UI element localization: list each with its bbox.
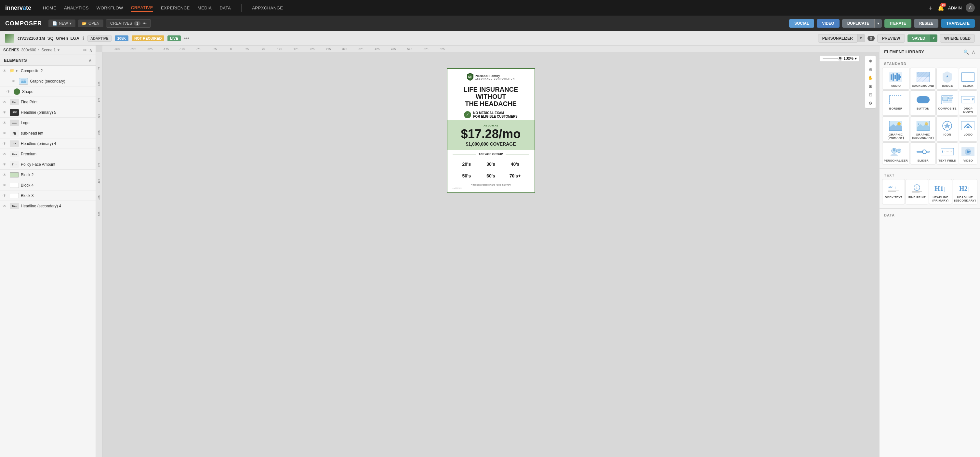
- svg-rect-16: [889, 95, 902, 104]
- library-slider[interactable]: SLIDER: [910, 142, 936, 165]
- ad-disclaimer: *Product availability and rates may vary: [453, 182, 529, 187]
- library-close-icon[interactable]: ∧: [972, 49, 975, 55]
- personalizer-button[interactable]: PERSONALIZER: [818, 34, 857, 43]
- element-shape[interactable]: 👁 Shape: [0, 86, 95, 97]
- visibility-icon[interactable]: 👁: [3, 162, 8, 167]
- element-premium[interactable]: 👁 $1... Premium: [0, 149, 95, 159]
- library-body-text[interactable]: abc| BODY TEXT: [882, 179, 905, 205]
- library-icon[interactable]: ICON: [936, 116, 958, 142]
- visibility-icon[interactable]: 👁: [6, 89, 12, 94]
- library-search-icon[interactable]: 🔍: [963, 49, 969, 55]
- info-icon[interactable]: ℹ: [83, 36, 84, 41]
- element-subhead-left[interactable]: 👁 N( sub-head left: [0, 128, 95, 138]
- library-button[interactable]: BUTTON: [910, 90, 936, 116]
- duplicate-arrow-button[interactable]: ▾: [874, 19, 882, 28]
- library-border[interactable]: BORDER: [882, 90, 910, 116]
- visibility-icon[interactable]: 👁: [12, 79, 17, 84]
- info-more-button[interactable]: •••: [184, 35, 189, 41]
- element-fine-print[interactable]: 👁 R... Fine Print: [0, 97, 95, 107]
- saved-arrow-button[interactable]: ▾: [930, 35, 937, 42]
- library-graphic-secondary[interactable]: 2 GRAPHIC (SECONDARY): [910, 116, 936, 142]
- library-personalizer[interactable]: PERSONALIZER: [882, 142, 910, 165]
- visibility-icon[interactable]: 👁: [3, 183, 8, 187]
- personalizer-arrow-button[interactable]: ▾: [857, 34, 865, 42]
- nav-creative[interactable]: CREATIVE: [131, 4, 153, 12]
- scenes-chevron-icon[interactable]: ▾: [57, 48, 59, 52]
- nav-home[interactable]: HOME: [43, 4, 56, 12]
- age-item-20s[interactable]: 20's: [455, 159, 478, 169]
- nav-media[interactable]: MEDIA: [198, 4, 212, 12]
- social-button[interactable]: SOCIAL: [789, 19, 814, 28]
- nav-analytics[interactable]: ANALYTICS: [64, 4, 89, 12]
- visibility-icon[interactable]: 👁: [3, 121, 8, 125]
- age-item-50s[interactable]: 50's: [455, 171, 478, 181]
- nav-appxchange[interactable]: APPXCHANGE: [252, 4, 283, 12]
- library-block[interactable]: BLOCK: [959, 68, 977, 90]
- library-composite[interactable]: COMPOSITE: [936, 90, 958, 116]
- nav-data[interactable]: DATA: [220, 4, 231, 12]
- where-used-button[interactable]: WHERE USED: [940, 34, 975, 43]
- element-block4[interactable]: 👁 Block 4: [0, 180, 95, 190]
- elements-collapse-icon[interactable]: ∧: [88, 57, 92, 63]
- visibility-icon[interactable]: 👁: [3, 152, 8, 156]
- visibility-icon[interactable]: 👁: [3, 141, 8, 146]
- element-logo[interactable]: 👁 ▬▬ Logo: [0, 117, 95, 128]
- visibility-icon[interactable]: 👁: [3, 204, 8, 208]
- info-bar: crv132163 1M_SQ_Green_LGA ℹ ADAPTIVE 105…: [0, 31, 980, 46]
- notifications-button[interactable]: 🔔 10: [938, 5, 944, 11]
- duplicate-button[interactable]: DUPLICATE: [842, 19, 875, 28]
- saved-button[interactable]: SAVED: [907, 35, 930, 42]
- visibility-icon[interactable]: 👁: [3, 100, 8, 104]
- element-graphic-secondary[interactable]: 👁 Graphic (secondary): [0, 76, 95, 86]
- ad-creative[interactable]: NF National Family ASSURANCE CORPORATION…: [447, 68, 535, 193]
- background-icon: [916, 71, 930, 83]
- creatives-button[interactable]: CREATIVES 1 •••: [106, 19, 151, 28]
- nav-experience[interactable]: EXPERIENCE: [161, 4, 190, 12]
- element-headline-primary4[interactable]: 👁 AS Headline (primary) 4: [0, 138, 95, 149]
- video-button[interactable]: VIDEO: [817, 19, 839, 28]
- scenes-collapse-icon[interactable]: ∧: [89, 48, 92, 52]
- library-headline-primary[interactable]: H1| HEADLINE (PRIMARY): [929, 179, 952, 205]
- text-field-label: TEXT FIELD: [939, 159, 956, 162]
- ad-white-section: TAP AGE GROUP 20's 30's 40's 50's 60's 7…: [447, 150, 535, 192]
- visibility-icon[interactable]: 👁: [3, 194, 8, 198]
- library-headline-secondary[interactable]: H2| HEADLINE (SECONDARY): [953, 179, 977, 205]
- age-item-70s[interactable]: 70's+: [504, 171, 527, 181]
- element-composite2[interactable]: 👁 📁 ▸ Composite 2: [0, 66, 95, 76]
- visibility-icon[interactable]: 👁: [3, 131, 8, 135]
- library-dropdown[interactable]: DROP DOWN: [959, 90, 977, 116]
- library-fine-print[interactable]: i FINE PRINT: [905, 179, 928, 205]
- age-item-30s[interactable]: 30's: [479, 159, 502, 169]
- scenes-edit-icon[interactable]: ✏: [83, 48, 87, 52]
- svg-rect-8: [898, 75, 900, 79]
- library-video[interactable]: VIDEO: [959, 142, 977, 165]
- visibility-icon[interactable]: 👁: [3, 68, 8, 73]
- library-logo[interactable]: LOGO: [959, 116, 977, 142]
- age-item-60s[interactable]: 60's: [479, 171, 502, 181]
- element-block3[interactable]: 👁 Block 3: [0, 190, 95, 201]
- user-avatar[interactable]: A: [966, 3, 975, 12]
- add-button[interactable]: ＋: [928, 3, 934, 12]
- library-background[interactable]: BACKGROUND: [910, 68, 936, 90]
- open-button[interactable]: 📂 OPEN: [78, 19, 103, 27]
- library-graphic-primary[interactable]: GRAPHIC (PRIMARY): [882, 116, 910, 142]
- age-item-40s[interactable]: 40's: [504, 159, 527, 169]
- resize-button[interactable]: RESIZE: [914, 19, 939, 28]
- preview-button[interactable]: PREVIEW: [877, 34, 905, 43]
- library-audio[interactable]: AUDIO: [882, 68, 910, 90]
- new-button[interactable]: 📄 NEW ▾: [48, 19, 75, 27]
- element-headline-primary5[interactable]: 👁 LIFE Headline (primary) 5: [0, 107, 95, 117]
- video-label: VIDEO: [963, 159, 973, 162]
- element-policy-face-amount[interactable]: 👁 $1... Policy Face Amount: [0, 159, 95, 170]
- translate-button[interactable]: TRANSLATE: [941, 19, 975, 28]
- top-navigation: innervate HOME ANALYTICS WORKFLOW CREATI…: [0, 0, 980, 16]
- element-block2[interactable]: 👁 Block 2: [0, 170, 95, 180]
- library-badge[interactable]: ★ BADGE: [936, 68, 958, 90]
- nav-workflow[interactable]: WORKFLOW: [97, 4, 123, 12]
- iterate-button[interactable]: ITERATE: [885, 19, 911, 28]
- visibility-icon[interactable]: 👁: [3, 173, 8, 177]
- visibility-icon[interactable]: 👁: [3, 110, 8, 115]
- library-text-field[interactable]: TEXT FIELD: [936, 142, 958, 165]
- badge-icon: ★: [940, 71, 954, 83]
- element-headline-secondary4[interactable]: 👁 TA... Headline (secondary) 4: [0, 201, 95, 211]
